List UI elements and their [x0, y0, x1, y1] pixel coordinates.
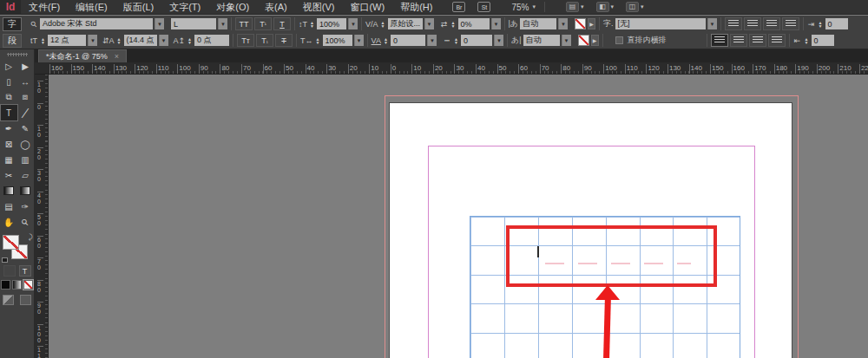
- font-size-control[interactable]: tT ▲▼ 12 点 ▼: [30, 35, 97, 46]
- vertical-in-horizontal-control[interactable]: 直排内横排: [615, 35, 667, 46]
- character-style-control[interactable]: 字. [无] ▼: [603, 18, 717, 29]
- menu-object[interactable]: 对象(O): [208, 0, 257, 15]
- free-transform-tool[interactable]: ▱: [17, 167, 34, 183]
- stepper[interactable]: ▲▼: [383, 37, 389, 44]
- vertical-ruler[interactable]: 100102030405060708090100110: [35, 75, 49, 358]
- gradient-swatch-tool[interactable]: ▨: [1, 183, 17, 199]
- selection-tool[interactable]: ▷: [1, 58, 17, 74]
- stepper[interactable]: ▲▼: [309, 21, 315, 28]
- content-placer-tool[interactable]: ⧈: [17, 89, 34, 105]
- leading-control[interactable]: ⇵A ▲▼ (14.4 点 ▼: [102, 35, 168, 46]
- screen-mode-dropdown[interactable]: ◧ ▾: [596, 2, 615, 12]
- menu-table[interactable]: 表(A): [257, 0, 295, 15]
- ellipse-tool[interactable]: ◯: [17, 136, 34, 152]
- kerning-value[interactable]: 原始设...: [388, 18, 423, 29]
- panel-drag-handle[interactable]: [7, 53, 28, 56]
- normal-view-button[interactable]: [3, 295, 14, 305]
- justify-left-button[interactable]: [730, 34, 747, 47]
- pencil-tool[interactable]: ✎: [17, 120, 34, 136]
- first-line-indent-value[interactable]: 0: [825, 18, 848, 29]
- dropdown-arrow[interactable]: ▼: [558, 18, 568, 29]
- stepper[interactable]: ▲▼: [315, 37, 321, 44]
- scissors-tool[interactable]: ✂: [1, 167, 17, 183]
- superscript-button[interactable]: T¹: [254, 17, 272, 30]
- type-tool[interactable]: T: [1, 105, 17, 120]
- stroke-color-control[interactable]: ▶: [578, 35, 599, 46]
- justify-center-button[interactable]: [749, 34, 766, 47]
- first-line-indent-control[interactable]: ⇥ ▲▼ 0: [807, 18, 848, 29]
- font-style-dropdown-arrow[interactable]: ▼: [218, 18, 227, 29]
- color-none-swatch[interactable]: [578, 35, 589, 46]
- document-canvas[interactable]: [49, 75, 868, 358]
- hand-tool[interactable]: ✋: [1, 214, 17, 230]
- horizontal-scale-control[interactable]: T↔ ▲▼ 100% ▼: [300, 35, 364, 46]
- checkbox[interactable]: [615, 36, 623, 44]
- menu-layout[interactable]: 版面(L): [115, 0, 161, 15]
- baseline-shift-control[interactable]: A↥ ▲▼ 0 点: [174, 35, 230, 46]
- font-family-value[interactable]: Adobe 宋体 Std: [40, 18, 153, 29]
- font-family-control[interactable]: ⚲ Adobe 宋体 Std ▼: [30, 18, 164, 29]
- dropdown-arrow[interactable]: ▼: [424, 18, 434, 29]
- font-size-value[interactable]: 12 点: [48, 35, 86, 46]
- zoom-level-dropdown[interactable]: 75% ▾: [511, 3, 536, 12]
- menu-file[interactable]: 文件(F): [21, 0, 68, 15]
- menu-help[interactable]: 帮助(H): [392, 0, 440, 15]
- horizontal-grid-tool[interactable]: ▦: [1, 152, 17, 167]
- swap-fill-stroke-icon[interactable]: ⤸: [29, 233, 33, 242]
- stepper[interactable]: ▲▼: [453, 37, 459, 44]
- stepper[interactable]: ▲▼: [818, 21, 824, 28]
- menu-edit[interactable]: 编辑(E): [68, 0, 115, 15]
- vertical-scale-value[interactable]: 100%: [317, 18, 346, 29]
- character-formatting-button[interactable]: 字: [3, 17, 22, 31]
- arrange-documents-dropdown[interactable]: ◫ ▾: [626, 2, 644, 12]
- apply-color-button[interactable]: [1, 280, 10, 290]
- formatting-affects-text-button[interactable]: T: [19, 265, 31, 277]
- fill-swatch[interactable]: [3, 235, 19, 250]
- align-left-button[interactable]: [725, 17, 742, 30]
- tracking-value[interactable]: 0: [391, 35, 425, 46]
- proportional-spacing-control[interactable]: ⇄ ▲▼ 0% ▼: [440, 18, 501, 29]
- character-color-control[interactable]: ▶: [575, 18, 595, 29]
- justify-all-button[interactable]: [711, 34, 728, 47]
- left-indent-value[interactable]: 0: [812, 35, 834, 46]
- line-tool[interactable]: ╱: [17, 105, 34, 120]
- menu-window[interactable]: 窗口(W): [342, 0, 392, 15]
- underline-button[interactable]: T: [273, 17, 291, 30]
- preview-view-button[interactable]: [20, 295, 31, 305]
- align-justify-last-left-button[interactable]: [782, 17, 799, 30]
- dropdown-arrow[interactable]: ▼: [159, 35, 168, 46]
- gap-tool[interactable]: ↔: [17, 74, 34, 89]
- font-style-control[interactable]: L ▼: [171, 18, 227, 29]
- apply-none-button[interactable]: [23, 280, 33, 290]
- horizontal-scale-value[interactable]: 100%: [323, 35, 352, 46]
- zoom-tool[interactable]: ⚲: [17, 214, 34, 230]
- horizontal-ruler[interactable]: 1601501401301201101009080706050403020100…: [35, 62, 868, 75]
- align-center-button[interactable]: [744, 17, 761, 30]
- menu-type[interactable]: 文字(T): [161, 0, 208, 15]
- dropdown-arrow[interactable]: ▼: [707, 18, 717, 29]
- baseline-shift-value[interactable]: 0 点: [194, 35, 229, 46]
- stepper[interactable]: ▲▼: [40, 37, 46, 44]
- pen-tool[interactable]: ✒: [1, 120, 17, 136]
- content-collector-tool[interactable]: ⧉: [1, 89, 17, 105]
- dropdown-arrow[interactable]: ▼: [354, 35, 364, 46]
- stepper[interactable]: ▲▼: [450, 21, 457, 28]
- strikethrough-button[interactable]: T: [275, 34, 293, 47]
- dropdown-arrow[interactable]: ▼: [562, 35, 571, 46]
- menu-view[interactable]: 视图(V): [295, 0, 343, 15]
- space-after-control[interactable]: あ| 自动 ▼: [511, 35, 571, 46]
- space-after-value[interactable]: 自动: [523, 35, 560, 46]
- default-fill-stroke-icon[interactable]: [2, 257, 8, 263]
- direct-selection-tool[interactable]: ▶: [17, 58, 34, 74]
- eyedropper-tool[interactable]: ✑: [17, 199, 34, 214]
- apply-gradient-button[interactable]: [12, 280, 22, 290]
- stepper[interactable]: ▲▼: [804, 37, 810, 44]
- dropdown-arrow[interactable]: ▼: [88, 35, 97, 46]
- tracking-control[interactable]: VA ▲▼ 0 ▼: [372, 35, 437, 46]
- all-caps-button[interactable]: TT: [235, 17, 253, 30]
- stepper[interactable]: ▲▼: [187, 37, 193, 44]
- close-icon[interactable]: ×: [115, 52, 119, 61]
- note-tool[interactable]: ▤: [1, 199, 17, 214]
- gradient-feather-tool[interactable]: ▩: [17, 183, 34, 199]
- justify-right-button[interactable]: [768, 34, 786, 47]
